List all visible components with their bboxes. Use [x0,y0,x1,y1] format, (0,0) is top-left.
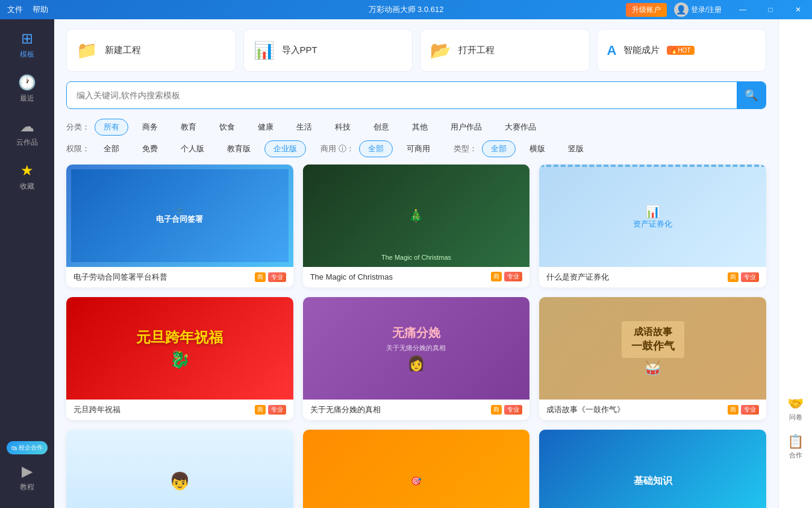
filter-category-other[interactable]: 其他 [403,119,437,136]
badge-pro-2: 专业 [504,272,522,281]
template-card-3[interactable]: 📊 资产证券化 什么是资产证券化 商 专业 [539,165,766,287]
filter-category-food[interactable]: 饮食 [210,119,244,136]
school-badge-label: 校企合作 [19,444,43,452]
badge-shang-6: 商 [728,405,739,415]
filter-perm-all[interactable]: 全部 [95,140,128,157]
filter-category-tech[interactable]: 科技 [326,119,360,136]
template-info-4: 元旦跨年祝福 商 专业 [66,400,293,420]
template-thumb-8: 🎯 [303,430,530,508]
right-panel-cooperate[interactable]: 📋 合作 [787,434,804,460]
template-title-1: 电子劳动合同签署平台科普 [73,272,167,283]
login-button[interactable]: 👤 登录/注册 [669,2,726,17]
template-info-6: 成语故事《一鼓作气》 商 专业 [539,400,766,420]
template-info-3: 什么是资产证券化 商 专业 [539,267,766,287]
filter-category-all[interactable]: 所有 [95,119,128,136]
filter-category-user-works[interactable]: 用户作品 [442,119,491,136]
filter-type-landscape[interactable]: 横版 [520,140,554,157]
sidebar-item-tutorial[interactable]: ▶ 教程 [5,457,49,498]
menu-file[interactable]: 文件 [7,4,23,15]
recent-icon: 🕐 [18,74,36,91]
avatar-icon: 👤 [674,2,689,17]
filter-commercial-all[interactable]: 全部 [359,140,393,157]
filter-category-education[interactable]: 教育 [172,119,205,136]
filter-category-life[interactable]: 生活 [287,119,321,136]
template-card-9[interactable]: 基础知识 [539,430,766,508]
filter-category-business[interactable]: 商务 [133,119,167,136]
cloud-icon: ☁ [20,118,34,135]
sidebar-item-template[interactable]: ⊞ 模板 [5,24,49,66]
filter-perm-personal[interactable]: 个人版 [172,140,213,157]
template-title-4: 元旦跨年祝福 [73,404,120,415]
template-card-8[interactable]: 🎯 [303,430,530,508]
favorites-icon: ★ [20,162,34,179]
titlebar-menu: 文件 帮助 [0,4,55,15]
cooperate-label: 合作 [789,451,802,460]
sidebar-label-tutorial: 教程 [20,482,34,492]
template-card-1[interactable]: ⚖️ 电子合同签署 电子劳动合同签署平台科普 商 专业 [66,165,293,287]
ai-create-label: 智能成片 [623,45,660,56]
template-card-5[interactable]: 无痛分娩 关于无痛分娩的真相 👩 关于无痛分娩的真相 商 专业 [303,297,530,420]
new-project-button[interactable]: 📁 新建工程 [66,29,236,72]
search-input[interactable] [67,84,737,106]
permission-label: 权限： [66,143,90,154]
search-bar: 🔍 [66,81,766,109]
template-grid: ⚖️ 电子合同签署 电子劳动合同签署平台科普 商 专业 [66,165,766,508]
type-label: 类型： [454,143,477,154]
template-card-2[interactable]: 🎄 The Magic of Christmas The Magic of Ch… [303,165,530,287]
filter-perm-enterprise[interactable]: 企业版 [264,140,306,157]
badge-shang-1: 商 [255,272,266,282]
filter-type-portrait[interactable]: 竖版 [559,140,593,157]
sidebar-label-favorites: 收藏 [20,181,34,192]
upgrade-button[interactable]: 升级账户 [626,3,667,17]
new-project-label: 新建工程 [105,45,141,56]
permission-filter-row: 权限： 全部 免费 个人版 教育版 企业版 商用 ⓘ： 全部 可商用 类型： 全… [66,140,766,157]
school-badge[interactable]: 🛍 校企合作 [7,441,48,454]
template-card-4[interactable]: 元旦跨年祝福 🐉 元旦跨年祝福 商 专业 [66,297,293,420]
template-badges-4: 商 专业 [255,405,286,415]
sidebar-item-cloud[interactable]: ☁ 云作品 [5,112,49,154]
content-area: 📁 新建工程 📊 导入PPT 📂 打开工程 A 智能成片 🔥HOT 🔍 [54,19,778,508]
filter-category-creative[interactable]: 创意 [364,119,398,136]
badge-shang-2: 商 [491,272,502,281]
sidebar-item-favorites[interactable]: ★ 收藏 [5,156,49,198]
filter-perm-free[interactable]: 免费 [133,140,167,157]
category-filter-row: 分类： 所有 商务 教育 饮食 健康 生活 科技 创意 其他 用户作品 大赛作品 [66,119,766,136]
minimize-button[interactable]: — [729,0,757,19]
menu-help[interactable]: 帮助 [33,4,48,15]
open-project-button[interactable]: 📂 打开工程 [420,29,590,72]
badge-shang-3: 商 [728,272,739,282]
template-info-1: 电子劳动合同签署平台科普 商 专业 [66,267,293,287]
ai-create-icon: A [607,43,617,58]
badge-pro-6: 专业 [741,405,759,415]
template-thumb-4: 元旦跨年祝福 🐉 [66,297,293,400]
filter-commercial-ok[interactable]: 可商用 [398,140,439,157]
import-ppt-button[interactable]: 📊 导入PPT [243,29,413,72]
template-thumb-9: 基础知识 [539,430,766,508]
template-title-5: 关于无痛分娩的真相 [310,404,381,415]
template-card-7[interactable]: 👦 [66,430,293,508]
filter-category-health[interactable]: 健康 [249,119,283,136]
filter-perm-education[interactable]: 教育版 [218,140,260,157]
sidebar-item-recent[interactable]: 🕐 最近 [5,68,49,110]
filter-category-contest[interactable]: 大赛作品 [496,119,545,136]
badge-pro-4: 专业 [268,405,286,415]
template-thumb-5: 无痛分娩 关于无痛分娩的真相 👩 [303,297,530,400]
restore-button[interactable]: □ [757,0,784,19]
category-label: 分类： [66,122,90,133]
template-card-6[interactable]: 成语故事 一鼓作气 🥁 成语故事《一鼓作气》 商 专业 [539,297,766,420]
template-info-5: 关于无痛分娩的真相 商 专业 [303,400,530,420]
badge-shang-4: 商 [255,405,266,415]
sidebar-label-recent: 最近 [20,93,34,104]
template-badges-6: 商 专业 [728,405,759,415]
close-button[interactable]: ✕ [784,0,812,19]
new-project-icon: 📁 [77,40,98,60]
action-buttons: 📁 新建工程 📊 导入PPT 📂 打开工程 A 智能成片 🔥HOT [66,29,766,72]
right-panel: 🤝 问卷 📋 合作 [778,19,812,508]
template-info-2: The Magic of Christmas 商 专业 [303,267,530,286]
ai-create-button[interactable]: A 智能成片 🔥HOT [597,29,767,72]
badge-shang-5: 商 [491,405,502,415]
filter-type-all[interactable]: 全部 [482,140,516,157]
right-panel-survey[interactable]: 🤝 问卷 [787,396,804,422]
search-button[interactable]: 🔍 [737,82,766,108]
survey-icon: 🤝 [787,396,804,412]
